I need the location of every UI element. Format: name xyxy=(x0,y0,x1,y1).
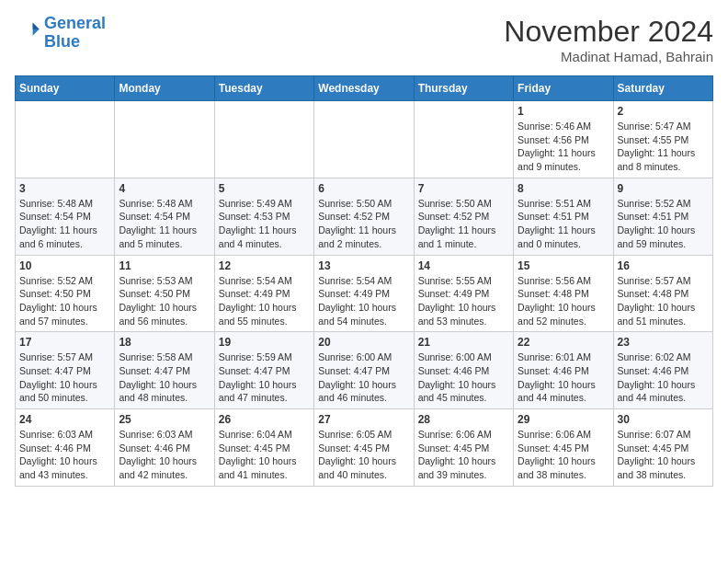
day-number: 1 xyxy=(518,105,609,118)
cell-info: Sunrise: 5:58 AMSunset: 4:47 PMDaylight:… xyxy=(119,350,210,405)
day-number: 19 xyxy=(219,336,310,349)
calendar-cell: 28Sunrise: 6:06 AMSunset: 4:45 PMDayligh… xyxy=(414,409,513,487)
weekday-header-row: SundayMondayTuesdayWednesdayThursdayFrid… xyxy=(16,76,713,101)
cell-info: Sunrise: 6:07 AMSunset: 4:45 PMDaylight:… xyxy=(618,428,709,482)
weekday-header-monday: Monday xyxy=(115,76,214,101)
calendar-table: SundayMondayTuesdayWednesdayThursdayFrid… xyxy=(15,75,713,487)
day-number: 5 xyxy=(219,182,310,195)
cell-info: Sunrise: 5:49 AMSunset: 4:53 PMDaylight:… xyxy=(219,197,310,251)
calendar-cell: 5Sunrise: 5:49 AMSunset: 4:53 PMDaylight… xyxy=(214,178,313,255)
calendar-week-row: 24Sunrise: 6:03 AMSunset: 4:46 PMDayligh… xyxy=(16,409,713,487)
calendar-cell: 2Sunrise: 5:47 AMSunset: 4:55 PMDaylight… xyxy=(613,101,712,178)
weekday-header-wednesday: Wednesday xyxy=(314,76,414,101)
day-number: 25 xyxy=(119,413,210,426)
day-number: 26 xyxy=(219,413,310,426)
cell-info: Sunrise: 6:03 AMSunset: 4:46 PMDaylight:… xyxy=(19,428,110,482)
day-number: 20 xyxy=(318,336,409,349)
logo: General Blue xyxy=(15,15,106,52)
cell-info: Sunrise: 5:50 AMSunset: 4:52 PMDaylight:… xyxy=(418,197,509,251)
day-number: 11 xyxy=(119,259,210,272)
cell-info: Sunrise: 5:59 AMSunset: 4:47 PMDaylight:… xyxy=(219,350,310,405)
day-number: 12 xyxy=(219,259,310,272)
title-block: November 2024 Madinat Hamad, Bahrain xyxy=(504,15,713,64)
calendar-cell: 22Sunrise: 6:01 AMSunset: 4:46 PMDayligh… xyxy=(514,332,613,409)
cell-info: Sunrise: 6:04 AMSunset: 4:45 PMDaylight:… xyxy=(219,428,310,482)
day-number: 10 xyxy=(19,259,110,272)
calendar-cell: 24Sunrise: 6:03 AMSunset: 4:46 PMDayligh… xyxy=(16,409,115,487)
calendar-cell: 6Sunrise: 5:50 AMSunset: 4:52 PMDaylight… xyxy=(314,178,414,255)
day-number: 17 xyxy=(19,336,110,349)
page-header: General Blue November 2024 Madinat Hamad… xyxy=(15,15,713,64)
calendar-cell: 23Sunrise: 6:02 AMSunset: 4:46 PMDayligh… xyxy=(613,332,712,409)
weekday-header-sunday: Sunday xyxy=(16,76,115,101)
calendar-cell xyxy=(214,101,313,178)
day-number: 4 xyxy=(119,182,210,195)
day-number: 15 xyxy=(518,259,609,272)
weekday-header-thursday: Thursday xyxy=(414,76,513,101)
day-number: 27 xyxy=(318,413,409,426)
location: Madinat Hamad, Bahrain xyxy=(504,49,713,64)
cell-info: Sunrise: 6:00 AMSunset: 4:47 PMDaylight:… xyxy=(318,350,409,405)
calendar-cell: 17Sunrise: 5:57 AMSunset: 4:47 PMDayligh… xyxy=(16,332,115,409)
calendar-cell: 21Sunrise: 6:00 AMSunset: 4:46 PMDayligh… xyxy=(414,332,513,409)
cell-info: Sunrise: 5:52 AMSunset: 4:51 PMDaylight:… xyxy=(618,197,709,251)
day-number: 14 xyxy=(418,259,509,272)
cell-info: Sunrise: 6:06 AMSunset: 4:45 PMDaylight:… xyxy=(418,428,509,482)
weekday-header-friday: Friday xyxy=(514,76,613,101)
calendar-cell: 10Sunrise: 5:52 AMSunset: 4:50 PMDayligh… xyxy=(16,255,115,332)
logo-text: General Blue xyxy=(44,15,106,52)
cell-info: Sunrise: 5:46 AMSunset: 4:56 PMDaylight:… xyxy=(518,120,609,174)
calendar-cell: 29Sunrise: 6:06 AMSunset: 4:45 PMDayligh… xyxy=(514,409,613,487)
calendar-cell: 25Sunrise: 6:03 AMSunset: 4:46 PMDayligh… xyxy=(115,409,214,487)
day-number: 6 xyxy=(318,182,409,195)
calendar-cell xyxy=(115,101,214,178)
calendar-cell: 1Sunrise: 5:46 AMSunset: 4:56 PMDaylight… xyxy=(514,101,613,178)
calendar-week-row: 17Sunrise: 5:57 AMSunset: 4:47 PMDayligh… xyxy=(16,332,713,409)
cell-info: Sunrise: 6:00 AMSunset: 4:46 PMDaylight:… xyxy=(418,350,509,405)
calendar-cell: 30Sunrise: 6:07 AMSunset: 4:45 PMDayligh… xyxy=(613,409,712,487)
calendar-week-row: 3Sunrise: 5:48 AMSunset: 4:54 PMDaylight… xyxy=(16,178,713,255)
svg-rect-0 xyxy=(15,20,40,46)
calendar-cell xyxy=(16,101,115,178)
cell-info: Sunrise: 5:55 AMSunset: 4:49 PMDaylight:… xyxy=(418,274,509,328)
calendar-cell: 27Sunrise: 6:05 AMSunset: 4:45 PMDayligh… xyxy=(314,409,414,487)
day-number: 22 xyxy=(518,336,609,349)
calendar-cell: 13Sunrise: 5:54 AMSunset: 4:49 PMDayligh… xyxy=(314,255,414,332)
calendar-cell: 15Sunrise: 5:56 AMSunset: 4:48 PMDayligh… xyxy=(514,255,613,332)
calendar-cell xyxy=(414,101,513,178)
day-number: 16 xyxy=(618,259,709,272)
day-number: 29 xyxy=(518,413,609,426)
day-number: 13 xyxy=(318,259,409,272)
cell-info: Sunrise: 5:57 AMSunset: 4:48 PMDaylight:… xyxy=(618,274,709,328)
day-number: 8 xyxy=(518,182,609,195)
calendar-cell: 11Sunrise: 5:53 AMSunset: 4:50 PMDayligh… xyxy=(115,255,214,332)
cell-info: Sunrise: 6:06 AMSunset: 4:45 PMDaylight:… xyxy=(518,428,609,482)
calendar-cell: 12Sunrise: 5:54 AMSunset: 4:49 PMDayligh… xyxy=(214,255,313,332)
cell-info: Sunrise: 6:01 AMSunset: 4:46 PMDaylight:… xyxy=(518,350,609,405)
calendar-cell xyxy=(314,101,414,178)
day-number: 21 xyxy=(418,336,509,349)
day-number: 28 xyxy=(418,413,509,426)
calendar-cell: 9Sunrise: 5:52 AMSunset: 4:51 PMDaylight… xyxy=(613,178,712,255)
calendar-cell: 18Sunrise: 5:58 AMSunset: 4:47 PMDayligh… xyxy=(115,332,214,409)
logo-icon xyxy=(15,20,40,46)
cell-info: Sunrise: 5:57 AMSunset: 4:47 PMDaylight:… xyxy=(19,350,110,405)
day-number: 30 xyxy=(618,413,709,426)
calendar-cell: 3Sunrise: 5:48 AMSunset: 4:54 PMDaylight… xyxy=(16,178,115,255)
day-number: 2 xyxy=(618,105,709,118)
day-number: 3 xyxy=(19,182,110,195)
calendar-cell: 26Sunrise: 6:04 AMSunset: 4:45 PMDayligh… xyxy=(214,409,313,487)
calendar-cell: 8Sunrise: 5:51 AMSunset: 4:51 PMDaylight… xyxy=(514,178,613,255)
calendar-week-row: 10Sunrise: 5:52 AMSunset: 4:50 PMDayligh… xyxy=(16,255,713,332)
cell-info: Sunrise: 5:54 AMSunset: 4:49 PMDaylight:… xyxy=(219,274,310,328)
day-number: 18 xyxy=(119,336,210,349)
month-title: November 2024 xyxy=(504,15,713,49)
calendar-cell: 20Sunrise: 6:00 AMSunset: 4:47 PMDayligh… xyxy=(314,332,414,409)
calendar-week-row: 1Sunrise: 5:46 AMSunset: 4:56 PMDaylight… xyxy=(16,101,713,178)
calendar-cell: 14Sunrise: 5:55 AMSunset: 4:49 PMDayligh… xyxy=(414,255,513,332)
weekday-header-tuesday: Tuesday xyxy=(214,76,313,101)
cell-info: Sunrise: 5:48 AMSunset: 4:54 PMDaylight:… xyxy=(19,197,110,251)
day-number: 23 xyxy=(618,336,709,349)
cell-info: Sunrise: 5:53 AMSunset: 4:50 PMDaylight:… xyxy=(119,274,210,328)
cell-info: Sunrise: 5:51 AMSunset: 4:51 PMDaylight:… xyxy=(518,197,609,251)
